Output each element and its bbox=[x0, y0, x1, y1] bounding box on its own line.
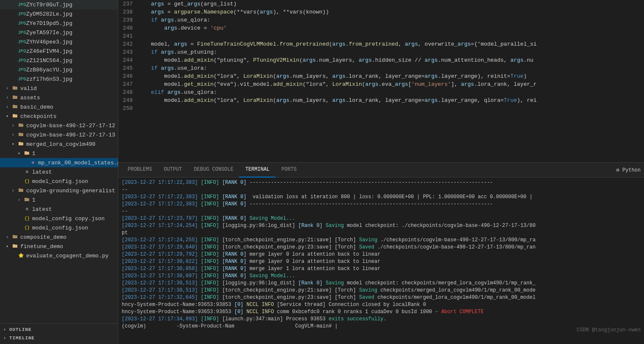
tree-item-basic_demo[interactable]: › basic_demo bbox=[0, 102, 118, 112]
line-content: model, args = FineTuneTrainCogVLMModel.f… bbox=[138, 40, 537, 48]
tree-item-ZzB06yacYU.jpg[interactable]: JPG ZzB06yacYU.jpg bbox=[0, 65, 118, 74]
terminal-line: [2023-12-27 17:17:30,022] [INFO] [RANK 0… bbox=[122, 258, 641, 265]
tree-icon: ≡ bbox=[24, 169, 30, 175]
tree-item-composite_demo[interactable]: › composite_demo bbox=[0, 232, 118, 242]
tree-icon: ⊛ bbox=[30, 159, 36, 166]
tree-item-valid[interactable]: › valid bbox=[0, 84, 118, 93]
tree-icon bbox=[12, 104, 19, 110]
terminal-right: ⚙ Python bbox=[616, 167, 641, 173]
sidebar-bottom: › OUTLINE › TIMELINE bbox=[0, 323, 118, 344]
tree-label: 1 bbox=[32, 150, 35, 157]
tree-chevron: › bbox=[6, 86, 12, 91]
line-number: 241 bbox=[122, 32, 138, 40]
tree-label: ZYe7D19pd5.jpg bbox=[26, 20, 72, 27]
terminal-line: -- bbox=[122, 208, 641, 215]
tree-icon: JPG bbox=[18, 20, 25, 27]
tree-icon bbox=[18, 187, 25, 194]
terminal-line: [2023-12-27 17:17:22,383] [INFO] [RANK 0… bbox=[122, 179, 641, 186]
tree-label: merged_lora_cogvlm490 bbox=[26, 141, 96, 147]
terminal-tab-bar: PROBLEMSOUTPUTDEBUG CONSOLETERMINALPORTS… bbox=[118, 163, 644, 177]
tree-label: cogvlm-base-490-12-27-17-13 bbox=[26, 132, 115, 138]
tree-item-cogvlm-base-490-12-27-17-13[interactable]: › cogvlm-base-490-12-27-17-13 bbox=[0, 130, 118, 139]
tree-label: ZyDM5282Le.jpg bbox=[26, 11, 72, 17]
tree-item-zZ121NC564.jpg[interactable]: JPG zZ121NC564.jpg bbox=[0, 56, 118, 65]
tab-problems[interactable]: PROBLEMS bbox=[122, 163, 158, 177]
line-number: 246 bbox=[122, 72, 138, 80]
line-content: elif args.use_qlora: bbox=[138, 88, 217, 96]
terminal-line: [2023-12-27 17:17:30,513] [INFO] [torch_… bbox=[122, 287, 641, 294]
tree-icon: JPG bbox=[18, 38, 25, 45]
line-number: 250 bbox=[122, 104, 138, 112]
tree-label: assets bbox=[20, 95, 40, 101]
tab-ports[interactable]: PORTS bbox=[276, 163, 303, 177]
terminal-line: [2023-12-27 17:17:30,058] [INFO] [RANK 0… bbox=[122, 265, 641, 273]
line-content: args.device = 'cpu' bbox=[138, 24, 227, 32]
tab-debug-console[interactable]: DEBUG CONSOLE bbox=[188, 163, 240, 177]
tree-item-latest[interactable]: ≡ latest bbox=[0, 167, 118, 177]
line-content: model.add_mixin("ptuning", PTuningV2Mixi… bbox=[138, 56, 533, 64]
tree-item-merged_lora_cogvlm490[interactable]: ▾ merged_lora_cogvlm490 bbox=[0, 139, 118, 149]
tab-terminal[interactable]: TERMINAL bbox=[239, 163, 276, 177]
code-line: 245 if args.use_lora: bbox=[122, 64, 644, 72]
tree-item-ZYcT9r0GuT.jpg[interactable]: JPG ZYcT9r0GuT.jpg bbox=[0, 0, 118, 9]
tree-item-ZYhV46pee3.jpg[interactable]: JPG ZYhV46pee3.jpg bbox=[0, 37, 118, 46]
tree-label: model_config copy.json bbox=[32, 216, 105, 222]
line-content: args = argparse.Namespace(**vars(args), … bbox=[138, 8, 329, 16]
main-content: 237 args = get_args(args_list)238 args =… bbox=[118, 0, 644, 344]
tree-label: latest bbox=[32, 169, 52, 175]
terminal-line: -- bbox=[122, 186, 641, 194]
tree-item-model_config.json[interactable]: {} model_config.json bbox=[0, 177, 118, 186]
tree-icon: ⭐ bbox=[18, 252, 25, 259]
terminal-tabs-group: PROBLEMSOUTPUTDEBUG CONSOLETERMINALPORTS bbox=[122, 163, 303, 177]
tree-label: ZyeTA597Ie.jpg bbox=[26, 30, 72, 36]
tree-item-zZ46eFIVM4.jpg[interactable]: JPG zZ46eFIVM4.jpg bbox=[0, 46, 118, 56]
tree-chevron: › bbox=[6, 235, 12, 240]
code-line: 242 model, args = FineTuneTrainCogVLMMod… bbox=[122, 40, 644, 48]
tree-item-zzfl7h6nS3.jpg[interactable]: JPG zzfl7h6nS3.jpg bbox=[0, 74, 118, 84]
outline-section[interactable]: › OUTLINE bbox=[0, 325, 118, 334]
terminal-output[interactable]: [2023-12-27 17:17:22,383] [INFO] [RANK 0… bbox=[118, 177, 644, 344]
terminal-line: [2023-12-27 17:17:34,893] [INFO] [launch… bbox=[122, 316, 641, 323]
timeline-section[interactable]: › TIMELINE bbox=[0, 334, 118, 342]
code-lines: 237 args = get_args(args_list)238 args =… bbox=[118, 0, 644, 162]
tree-chevron: › bbox=[12, 123, 18, 128]
tree-label: 1 bbox=[32, 197, 35, 203]
tree-item-folder-1b[interactable]: › 1 bbox=[0, 195, 118, 205]
tree-label: finetune_demo bbox=[20, 243, 63, 250]
code-lines-container[interactable]: 237 args = get_args(args_list)238 args =… bbox=[118, 0, 644, 162]
line-number: 237 bbox=[122, 0, 138, 8]
tree-icon: JPG bbox=[18, 29, 25, 36]
tree-item-folder-1[interactable]: ▾ 1 bbox=[0, 149, 118, 158]
tree-item-model_config_copy.json[interactable]: {} model_config copy.json bbox=[0, 214, 118, 223]
code-line: 240 args.device = 'cpu' bbox=[122, 24, 644, 32]
tree-label: model_config.json bbox=[32, 178, 88, 185]
tree-icon: {} bbox=[24, 215, 30, 222]
tree-item-finetune_demo[interactable]: ▾ finetune_demo bbox=[0, 242, 118, 251]
tree-item-model_config2.json[interactable]: {} model_config.json bbox=[0, 223, 118, 232]
tree-item-assets[interactable]: › assets bbox=[0, 93, 118, 102]
code-line: 247 model.get_mixin("eva").vit_model.add… bbox=[122, 80, 644, 88]
tab-output[interactable]: OUTPUT bbox=[158, 163, 188, 177]
line-number: 248 bbox=[122, 88, 138, 96]
tree-item-cogvlm-base-490-12-27-17-12[interactable]: › cogvlm-base-490-12-27-17-12 bbox=[0, 121, 118, 130]
tree-item-ZyeTA597Ie.jpg[interactable]: JPG ZyeTA597Ie.jpg bbox=[0, 28, 118, 37]
tree-label: ZYcT9r0GuT.jpg bbox=[26, 2, 72, 8]
tree-label: ZYhV46pee3.jpg bbox=[26, 39, 72, 45]
terminal-line: [2023-12-27 17:17:29,792] [INFO] [RANK 0… bbox=[122, 251, 641, 258]
tree-item-ZYe7D19pd5.jpg[interactable]: JPG ZYe7D19pd5.jpg bbox=[0, 19, 118, 28]
tree-icon bbox=[12, 94, 19, 101]
line-number: 244 bbox=[122, 56, 138, 64]
tree-item-mp_rank_00_model_states.pt[interactable]: ⊛ mp_rank_00_model_states.pt bbox=[0, 158, 118, 167]
tree-icon bbox=[18, 122, 25, 129]
tree-item-latest2[interactable]: ≡ latest bbox=[0, 205, 118, 214]
terminal-line: hncy-System-Product-Name:93653:93853 [0]… bbox=[122, 301, 641, 309]
tree-item-evaluate_cogagent_demo.py[interactable]: ⭐ evaluate_cogagent_demo.py bbox=[0, 251, 118, 260]
tree-item-checkpoints[interactable]: ▾ checkpoints bbox=[0, 112, 118, 121]
tree-label: checkpoints bbox=[20, 113, 57, 120]
line-content: model.add_mixin("lora", LoraMixin(args.n… bbox=[138, 72, 527, 80]
tree-item-ZyDM5282Le.jpg[interactable]: JPG ZyDM5282Le.jpg bbox=[0, 9, 118, 19]
file-tree: JPG ZYcT9r0GuT.jpg JPG ZyDM5282Le.jpg JP… bbox=[0, 0, 118, 260]
tree-chevron: ▾ bbox=[18, 151, 24, 156]
tree-label: latest bbox=[32, 206, 52, 213]
tree-item-cogvlm-grounding-generalist[interactable]: › cogvlm-grounding-generalist bbox=[0, 186, 118, 195]
